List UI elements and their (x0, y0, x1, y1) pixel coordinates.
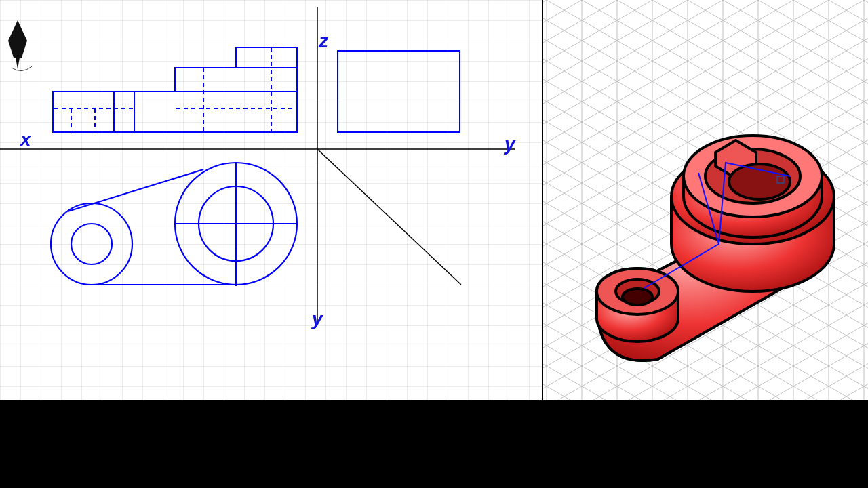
svg-point-66 (623, 289, 652, 305)
drawing-canvas[interactable]: x y z y (0, 0, 868, 400)
axis-x-label: x (19, 129, 32, 150)
svg-rect-38 (0, 0, 542, 400)
axis-z-label: z (318, 30, 329, 52)
axis-y-right-label: y (503, 134, 516, 155)
axis-y-bottom-label: y (311, 308, 323, 329)
